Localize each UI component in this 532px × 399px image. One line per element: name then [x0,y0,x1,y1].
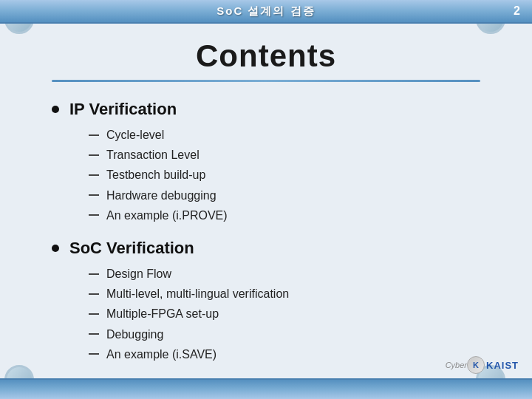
logo-area: Cyber K KAIST [446,356,519,374]
dash-icon [89,313,99,315]
title-underline [52,80,480,82]
soc-sub-item-1: Multi-level, multi-lingual verification [106,284,289,304]
list-item: Debugging [89,324,495,344]
ip-verification-label: IP Verification [69,100,177,119]
content-area: IP Verification Cycle-level Transaction … [52,100,495,378]
bullet-ip-verification: IP Verification [52,100,495,119]
soc-sub-item-0: Design Flow [106,264,171,284]
ip-sub-item-3: Hardware debugging [106,185,216,205]
dash-icon [89,154,99,156]
bullet-soc-verification: SoC Verification [52,239,495,258]
list-item: An example (i.SAVE) [89,344,495,364]
ip-sub-item-4: An example (i.PROVE) [106,205,228,225]
bullet-dot-ip [52,106,59,113]
soc-sub-item-3: Debugging [106,324,163,344]
logo-cyber-text: Cyber [446,361,467,369]
list-item: Hardware debugging [89,185,495,205]
slide-title-area: Contents [0,28,532,82]
list-item: Design Flow [89,264,495,284]
logo-kaist-text: KAIST [486,360,519,371]
ip-sub-item-2: Testbench build-up [106,165,205,185]
dash-icon [89,293,99,295]
list-item: Testbench build-up [89,165,495,185]
soc-verification-label: SoC Verification [69,239,194,258]
ip-sub-item-0: Cycle-level [106,125,164,145]
ip-sub-item-1: Transaction Level [106,145,200,165]
list-item: An example (i.PROVE) [89,205,495,225]
dash-icon [89,134,99,136]
slide: SoC 설계의 검증 2 Contents IP Verification Cy… [0,0,532,399]
list-item: Multi-level, multi-lingual verification [89,284,495,304]
list-item: Cycle-level [89,125,495,145]
page-number: 2 [514,4,520,18]
dash-icon [89,353,99,355]
top-bar: SoC 설계의 검증 2 [0,0,532,24]
dash-icon [89,273,99,275]
soc-sub-items: Design Flow Multi-level, multi-lingual v… [89,264,495,364]
dash-icon [89,174,99,176]
soc-sub-item-2: Multiple-FPGA set-up [106,304,219,324]
dash-icon [89,333,99,335]
dash-icon [89,194,99,196]
logo-k-circle: K [467,356,485,374]
soc-sub-item-4: An example (i.SAVE) [106,344,216,364]
list-item: Multiple-FPGA set-up [89,304,495,324]
list-item: Transaction Level [89,145,495,165]
dash-icon [89,214,99,216]
header-title: SoC 설계의 검증 [216,4,315,18]
bottom-bar [0,378,532,399]
slide-title: Contents [196,38,336,74]
ip-sub-items: Cycle-level Transaction Level Testbench … [89,125,495,225]
section-ip-verification: IP Verification Cycle-level Transaction … [52,100,495,225]
section-soc-verification: SoC Verification Design Flow Multi-level… [52,239,495,364]
bullet-dot-soc [52,245,59,252]
